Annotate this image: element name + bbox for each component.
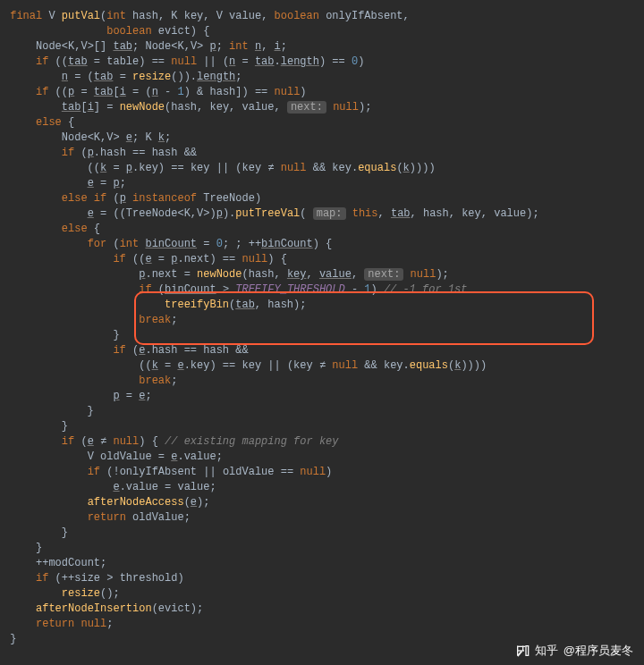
svg-rect-3	[522, 645, 523, 650]
code-block: final V putVal(int hash, K key, V value,…	[0, 0, 644, 656]
watermark: 知乎 @程序员麦冬	[515, 643, 633, 658]
svg-rect-1	[517, 645, 525, 646]
watermark-handle: @程序员麦冬	[564, 643, 633, 658]
svg-rect-4	[526, 645, 529, 655]
watermark-site: 知乎	[535, 643, 558, 658]
zhihu-logo-icon	[515, 644, 530, 658]
